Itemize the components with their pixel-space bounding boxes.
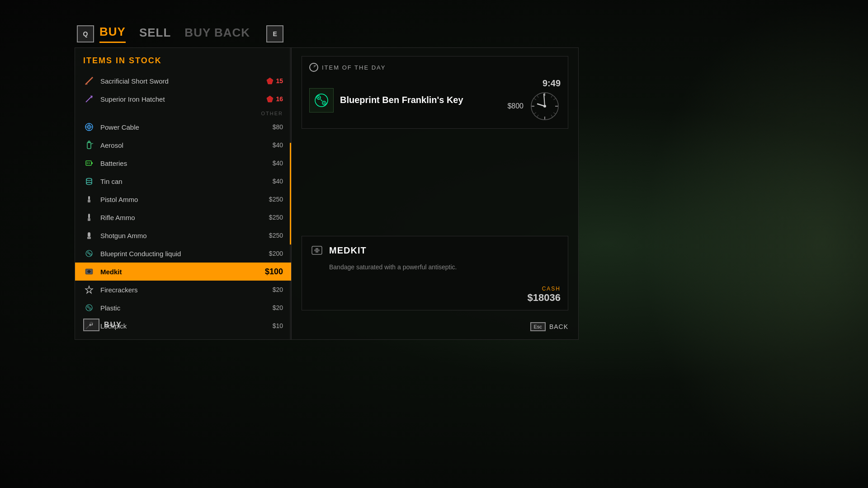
item-row-blueprint-liquid[interactable]: Blueprint Conducting liquid $200 [75,244,291,263]
item-of-day-label: ITEM OF THE DAY [322,64,386,71]
tin-can-icon [83,175,95,187]
selected-item-name: MEDKIT [329,245,367,256]
svg-point-38 [89,308,91,310]
cash-amount: $18036 [528,292,561,304]
clock-dial [529,90,561,122]
item-row-hatchet[interactable]: Superior Iron Hatchet 16 [75,90,291,108]
item-row-shotgun-ammo[interactable]: Shotgun Ammo $250 [75,226,291,244]
q-key-button[interactable]: Q [77,25,94,42]
item-name-plastic: Plastic [100,304,273,312]
item-row-batteries[interactable]: Batteries $40 [75,154,291,172]
back-button[interactable]: Esc BACK [530,322,568,331]
svg-line-2 [86,84,87,84]
svg-rect-25 [88,218,90,221]
svg-point-18 [86,178,92,181]
item-price-blueprint-liquid: $200 [269,250,283,257]
item-row-sword[interactable]: Sacrificial Short Sword 15 [75,72,291,90]
item-price-batteries: $40 [273,160,283,167]
item-name-medkit: Medkit [100,268,265,276]
firecrackers-icon [83,284,95,296]
items-in-stock-title: ITEMS IN STOCK [75,56,291,72]
item-row-power-cable[interactable]: Power Cable $80 [75,118,291,136]
batteries-icon [83,157,95,169]
timer-icon [309,63,318,72]
svg-point-29 [87,252,89,253]
item-price-shotgun-ammo: $250 [269,232,283,239]
svg-rect-11 [87,142,91,149]
hatchet-icon [83,93,95,105]
medkit-icon [83,266,95,277]
tab-sell[interactable]: SELL [139,26,171,42]
sword-icon [83,75,95,87]
item-name-pistol-ammo: Pistol Ammo [100,196,269,203]
item-row-firecrackers[interactable]: Firecrackers $20 [75,281,291,299]
item-name-batteries: Batteries [100,160,273,167]
item-price-medkit: $100 [265,267,283,277]
item-price-pistol-ammo: $250 [269,196,283,203]
iotd-time: 9:49 [542,78,561,89]
item-row-plastic[interactable]: Plastic $20 [75,299,291,317]
iotd-price: $800 [507,102,524,110]
svg-rect-23 [88,200,90,202]
item-price-firecrackers: $20 [273,286,283,293]
shop-container: Q BUY SELL BUY BACK E ITEMS IN STOCK Sac… [75,25,581,364]
svg-point-62 [543,105,546,108]
item-row-pistol-ammo[interactable]: Pistol Ammo $250 [75,190,291,208]
scroll-thumb [290,143,291,245]
svg-rect-14 [86,161,91,165]
svg-line-61 [544,94,545,106]
item-name-firecrackers: Firecrackers [100,286,273,294]
plastic-icon [83,302,95,314]
item-price-aerosol: $40 [273,141,283,149]
left-panel: ITEMS IN STOCK Sacrificial Short Sword [75,47,292,340]
item-row-medkit[interactable]: Medkit $100 [75,263,291,281]
gem-icon-1 [266,77,274,85]
svg-line-52 [551,95,552,98]
item-name-power-cable: Power Cable [100,123,273,131]
item-name-aerosol: Aerosol [100,141,273,149]
item-name-blueprint-liquid: Blueprint Conducting liquid [100,250,269,258]
tab-buy[interactable]: BUY [99,25,126,43]
svg-rect-22 [88,196,90,200]
shotgun-ammo-icon [83,230,95,241]
tabs-bar: Q BUY SELL BUY BACK E [75,25,581,43]
item-price-sword: 15 [266,77,283,85]
svg-marker-6 [267,96,273,102]
svg-line-54 [553,113,556,114]
item-row-tin-can[interactable]: Tin can $40 [75,172,291,190]
pistol-ammo-icon [83,193,95,205]
bg-blur [642,0,868,488]
svg-line-44 [321,99,322,101]
selected-item-icon [309,243,325,258]
svg-rect-15 [91,162,93,164]
e-key-button[interactable]: E [266,25,283,42]
item-name-rifle-ammo: Rifle Ammo [100,214,269,221]
svg-line-53 [553,99,556,100]
svg-line-59 [537,95,538,98]
item-price-power-cable: $80 [273,123,283,131]
rifle-ammo-icon [83,211,95,223]
tab-buy-back[interactable]: BUY BACK [184,26,250,42]
power-cable-icon [83,121,95,133]
item-of-day-header: ITEM OF THE DAY [309,63,561,72]
svg-marker-4 [267,78,273,84]
iotd-time-price: 9:49 $800 [507,78,561,122]
item-row-rifle-ammo[interactable]: Rifle Ammo $250 [75,208,291,226]
svg-rect-26 [88,232,90,237]
gem-icon-2 [266,95,274,103]
svg-point-36 [86,305,92,311]
item-name-tin-can: Tin can [100,178,273,185]
iotd-item-name: Blueprint Ben Franklin's Key [340,95,501,105]
back-label: BACK [549,323,568,330]
buy-label: BUY [104,321,122,329]
right-panel: ITEM OF THE DAY Blueprint Ben Fran [292,47,579,340]
svg-line-55 [551,115,552,117]
svg-line-57 [534,113,536,114]
blueprint-liquid-icon [83,248,95,259]
item-of-day-content: Blueprint Ben Franklin's Key 9:49 $800 [309,78,561,122]
svg-point-30 [90,253,91,255]
esc-key: Esc [530,322,546,331]
item-of-day-section: ITEM OF THE DAY Blueprint Ben Fran [302,56,568,129]
buy-button[interactable]: ↵ BUY [83,319,122,331]
item-row-aerosol[interactable]: Aerosol $40 [75,136,291,154]
